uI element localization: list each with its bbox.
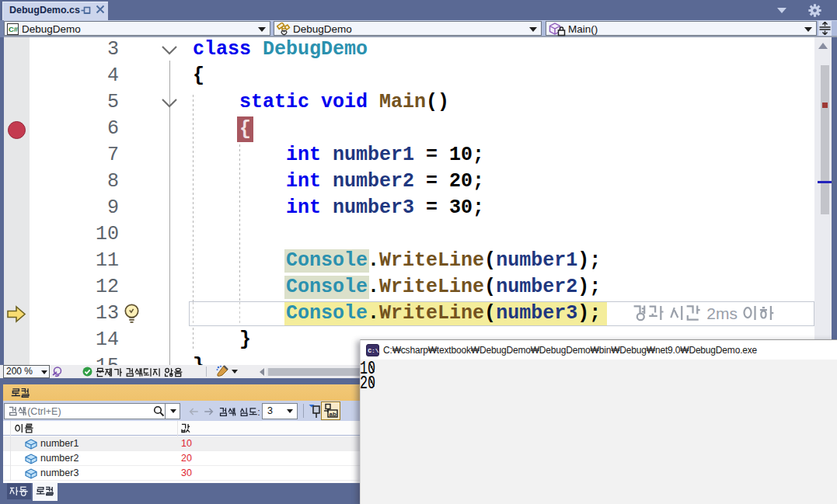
svg-text::: :	[257, 407, 260, 418]
svg-text:(Ctrl+E): (Ctrl+E)	[27, 406, 61, 417]
svg-text:ab: ab	[330, 411, 337, 418]
svg-text:2ms: 2ms	[706, 304, 738, 322]
svg-text:C:\: C:\	[368, 347, 379, 354]
